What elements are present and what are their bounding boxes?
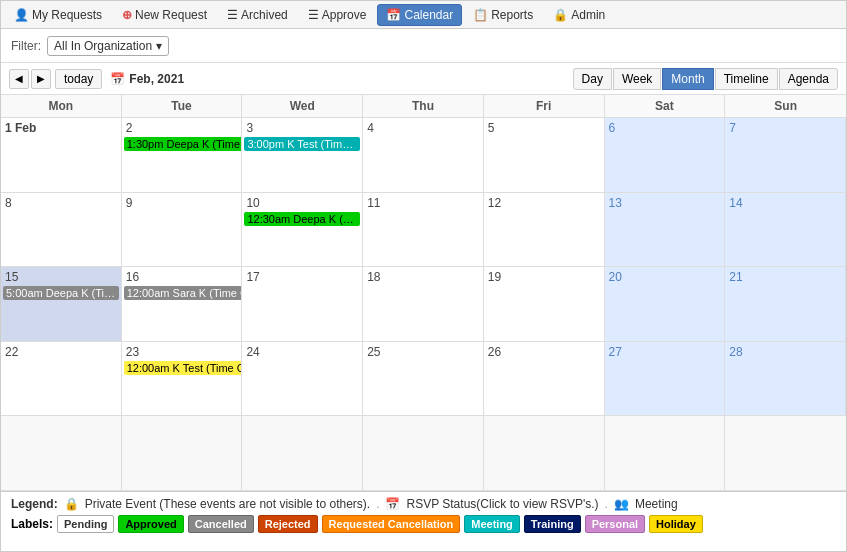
day-number: 7 (727, 120, 843, 136)
event-deepa-1[interactable]: 1:30pm Deepa K (Time Off: Regular) (124, 137, 243, 151)
nav-my-requests[interactable]: 👤 My Requests (5, 4, 111, 26)
cell-feb24[interactable]: 24 (242, 342, 363, 417)
cell-empty1[interactable] (1, 416, 122, 491)
nav-new-request[interactable]: ⊕ New Request (113, 4, 216, 26)
cell-feb23[interactable]: 23 12:00am K Test (Time Off: Regular) (122, 342, 243, 417)
filter-dropdown[interactable]: All In Organization ▾ (47, 36, 169, 56)
user-icon: 👤 (14, 8, 29, 22)
cell-empty3[interactable] (242, 416, 363, 491)
cell-feb8[interactable]: 8 (1, 193, 122, 268)
label-meeting[interactable]: Meeting (464, 515, 520, 533)
cell-feb6[interactable]: 6 (605, 118, 726, 193)
cell-feb5[interactable]: 5 (484, 118, 605, 193)
cell-empty5[interactable] (484, 416, 605, 491)
label-pending[interactable]: Pending (57, 515, 114, 533)
legend-label: Legend: (11, 497, 58, 511)
day-number: 22 (3, 344, 119, 360)
cell-feb28[interactable]: 28 (725, 342, 846, 417)
cell-feb15[interactable]: 15 5:00am Deepa K (Time Off: Sick Leave) (1, 267, 122, 342)
bottom-bar: Legend: 🔒 Private Event (These events ar… (1, 491, 846, 538)
cell-feb2[interactable]: 2 1:30pm Deepa K (Time Off: Regular) (122, 118, 243, 193)
view-week[interactable]: Week (613, 68, 661, 90)
nav-calendar[interactable]: 📅 Calendar (377, 4, 462, 26)
view-month[interactable]: Month (662, 68, 713, 90)
cell-feb19[interactable]: 19 (484, 267, 605, 342)
day-number: 6 (607, 120, 723, 136)
nav-reports[interactable]: 📋 Reports (464, 4, 542, 26)
lock-icon: 🔒 (64, 497, 79, 511)
event-ktest-2[interactable]: 12:00am K Test (Time Off: Regular) (124, 361, 243, 375)
cell-feb3[interactable]: 3 3:00pm K Test (Time Off: (242, 118, 363, 193)
label-holiday[interactable]: Holiday (649, 515, 703, 533)
label-personal[interactable]: Personal (585, 515, 645, 533)
cell-feb12[interactable]: 12 (484, 193, 605, 268)
label-training[interactable]: Training (524, 515, 581, 533)
view-timeline[interactable]: Timeline (715, 68, 778, 90)
next-button[interactable]: ▶ (31, 69, 51, 89)
cell-feb4[interactable]: 4 (363, 118, 484, 193)
header-sat: Sat (605, 95, 726, 117)
cell-feb7[interactable]: 7 (725, 118, 846, 193)
meeting-icon: 👥 (614, 497, 629, 511)
cell-feb1[interactable]: 1 Feb (1, 118, 122, 193)
calendar-toolbar: ◀ ▶ today 📅 Feb, 2021 Day Week Month Tim… (1, 63, 846, 95)
cell-feb18[interactable]: 18 (363, 267, 484, 342)
label-requested-cancellation[interactable]: Requested Cancellation (322, 515, 461, 533)
cell-feb20[interactable]: 20 (605, 267, 726, 342)
legend-meeting: Meeting (635, 497, 678, 511)
day-number: 3 (244, 120, 360, 136)
header-sun: Sun (725, 95, 846, 117)
view-day[interactable]: Day (573, 68, 612, 90)
cell-feb16[interactable]: 16 12:00am Sara K (Time Off: Regular) (122, 267, 243, 342)
cell-feb21[interactable]: 21 (725, 267, 846, 342)
event-deepa-sick[interactable]: 5:00am Deepa K (Time Off: Sick Leave) (3, 286, 119, 300)
view-agenda[interactable]: Agenda (779, 68, 838, 90)
cell-feb11[interactable]: 11 (363, 193, 484, 268)
nav-admin[interactable]: 🔒 Admin (544, 4, 614, 26)
day-number: 16 (124, 269, 240, 285)
label-approved[interactable]: Approved (118, 515, 183, 533)
cell-feb13[interactable]: 13 (605, 193, 726, 268)
nav-archived[interactable]: ☰ Archived (218, 4, 297, 26)
labels-label: Labels: (11, 517, 53, 531)
event-deepa-2[interactable]: 12:30am Deepa K (Time (244, 212, 360, 226)
cell-empty6[interactable] (605, 416, 726, 491)
current-month: Feb, 2021 (129, 72, 184, 86)
event-sara[interactable]: 12:00am Sara K (Time Off: Regular) (124, 286, 243, 300)
cell-empty7[interactable] (725, 416, 846, 491)
day-number: 11 (365, 195, 481, 211)
legend-row: Legend: 🔒 Private Event (These events ar… (11, 497, 836, 511)
cell-feb10[interactable]: 10 12:30am Deepa K (Time (242, 193, 363, 268)
header-mon: Mon (1, 95, 122, 117)
day-number: 18 (365, 269, 481, 285)
filter-label: Filter: (11, 39, 41, 53)
prev-button[interactable]: ◀ (9, 69, 29, 89)
day-number: 2 (124, 120, 240, 136)
archive-icon: ☰ (227, 8, 238, 22)
top-nav: 👤 My Requests ⊕ New Request ☰ Archived ☰… (1, 1, 846, 29)
cell-feb17[interactable]: 17 (242, 267, 363, 342)
filter-value: All In Organization (54, 39, 152, 53)
approve-icon: ☰ (308, 8, 319, 22)
cell-feb27[interactable]: 27 (605, 342, 726, 417)
cell-empty4[interactable] (363, 416, 484, 491)
reports-icon: 📋 (473, 8, 488, 22)
event-ktest-1[interactable]: 3:00pm K Test (Time Off: (244, 137, 360, 151)
cell-empty2[interactable] (122, 416, 243, 491)
day-number: 25 (365, 344, 481, 360)
nav-approve[interactable]: ☰ Approve (299, 4, 376, 26)
cell-feb22[interactable]: 22 (1, 342, 122, 417)
plus-icon: ⊕ (122, 8, 132, 22)
cell-feb25[interactable]: 25 (363, 342, 484, 417)
label-rejected[interactable]: Rejected (258, 515, 318, 533)
legend-sep1: . (376, 497, 379, 511)
cell-feb14[interactable]: 14 (725, 193, 846, 268)
label-cancelled[interactable]: Cancelled (188, 515, 254, 533)
today-button[interactable]: today (55, 69, 102, 89)
day-number: 14 (727, 195, 843, 211)
cell-feb9[interactable]: 9 (122, 193, 243, 268)
header-wed: Wed (242, 95, 363, 117)
cell-feb26[interactable]: 26 (484, 342, 605, 417)
header-thu: Thu (363, 95, 484, 117)
day-number: 12 (486, 195, 602, 211)
